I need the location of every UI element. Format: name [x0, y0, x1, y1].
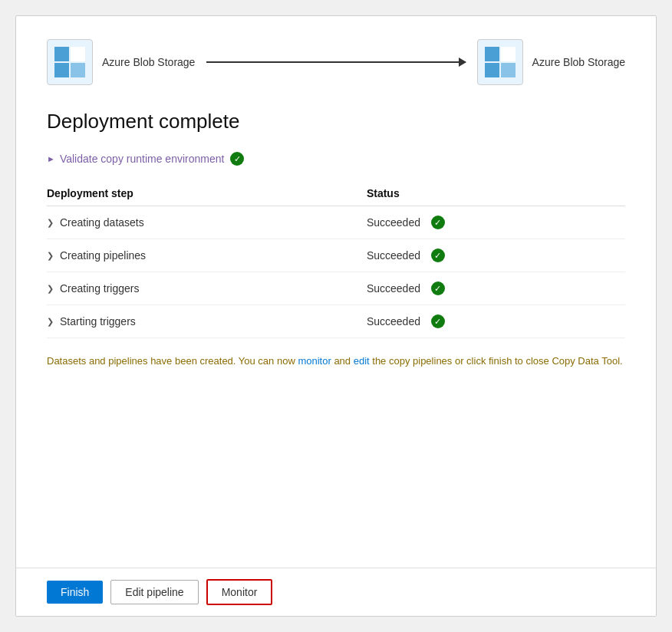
main-content: Azure Blob Storage Azure Blob Storage De… — [16, 16, 656, 568]
dest-icon-label: Azure Blob Storage — [532, 56, 625, 68]
deployment-title: Deployment complete — [47, 110, 625, 133]
step-cell-3: ❯Starting triggers — [47, 305, 367, 338]
status-success-icon: ✓ — [431, 314, 445, 328]
icon-row: Azure Blob Storage Azure Blob Storage — [47, 39, 625, 85]
deployment-table: Deployment step Status ❯Creating dataset… — [47, 181, 625, 338]
status-cell-3: Succeeded✓ — [367, 305, 625, 338]
status-success-icon: ✓ — [431, 249, 445, 262]
source-icon-label: Azure Blob Storage — [102, 56, 195, 68]
info-text-post: the copy pipelines or click finish to cl… — [370, 355, 623, 367]
edit-pipeline-button[interactable]: Edit pipeline — [110, 580, 198, 604]
col-status-header: Status — [367, 181, 625, 206]
table-row: ❯Creating datasetsSucceeded✓ — [47, 206, 625, 239]
col-step-header: Deployment step — [47, 181, 367, 206]
edit-link[interactable]: edit — [354, 355, 370, 367]
status-cell-0: Succeeded✓ — [367, 206, 625, 239]
status-success-icon: ✓ — [431, 216, 445, 229]
validate-chevron-icon: ► — [47, 154, 55, 163]
validate-row[interactable]: ► Validate copy runtime environment ✓ — [47, 152, 625, 166]
row-chevron-icon[interactable]: ❯ — [47, 251, 54, 261]
finish-button[interactable]: Finish — [47, 581, 103, 604]
step-cell-0: ❯Creating datasets — [47, 206, 367, 239]
step-cell-2: ❯Creating triggers — [47, 272, 367, 305]
info-message: Datasets and pipelines have been created… — [47, 354, 625, 369]
info-text-pre: Datasets and pipelines have been created… — [47, 355, 298, 367]
monitor-link[interactable]: monitor — [298, 355, 331, 367]
footer: Finish Edit pipeline Monitor — [16, 568, 656, 616]
row-chevron-icon[interactable]: ❯ — [47, 284, 54, 294]
main-window: Azure Blob Storage Azure Blob Storage De… — [15, 15, 657, 617]
info-text-mid: and — [331, 355, 354, 367]
validate-label: Validate copy runtime environment — [60, 153, 225, 165]
table-row: ❯Starting triggersSucceeded✓ — [47, 305, 625, 338]
row-chevron-icon[interactable]: ❯ — [47, 218, 54, 228]
status-success-icon: ✓ — [431, 281, 445, 295]
validate-success-icon: ✓ — [230, 152, 244, 166]
step-cell-1: ❯Creating pipelines — [47, 239, 367, 272]
status-cell-1: Succeeded✓ — [367, 239, 625, 272]
dest-icon — [477, 39, 523, 85]
table-row: ❯Creating triggersSucceeded✓ — [47, 272, 625, 305]
arrow — [206, 61, 465, 63]
arrow-line — [206, 61, 465, 63]
source-icon — [47, 39, 93, 85]
row-chevron-icon[interactable]: ❯ — [47, 317, 54, 327]
table-row: ❯Creating pipelinesSucceeded✓ — [47, 239, 625, 272]
monitor-button[interactable]: Monitor — [206, 579, 273, 605]
status-cell-2: Succeeded✓ — [367, 272, 625, 305]
